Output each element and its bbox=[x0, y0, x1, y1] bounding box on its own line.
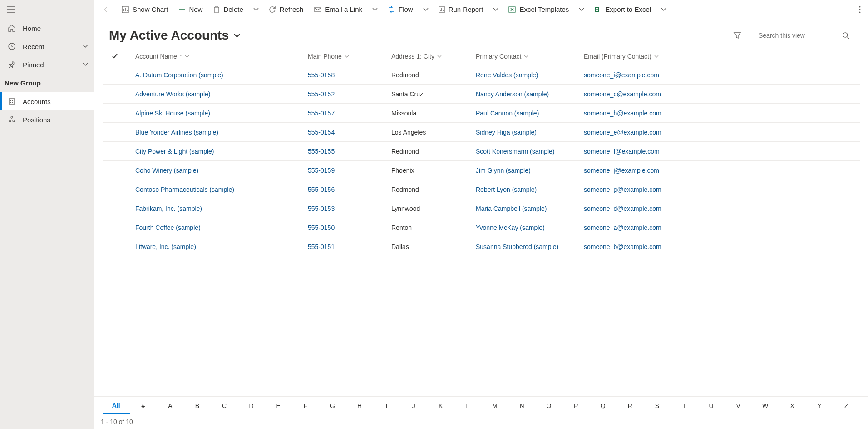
email-link[interactable]: someone_j@example.com bbox=[584, 167, 659, 174]
overflow-button[interactable] bbox=[853, 0, 866, 19]
run-report-button[interactable]: Run Report bbox=[433, 0, 489, 19]
email-link[interactable]: someone_a@example.com bbox=[584, 224, 661, 231]
email-link-split-chevron[interactable] bbox=[368, 0, 382, 19]
view-selector[interactable]: My Active Accounts bbox=[109, 28, 241, 43]
run-report-split-chevron[interactable] bbox=[488, 0, 503, 19]
table-row[interactable]: Contoso Pharmaceuticals (sample)555-0156… bbox=[103, 180, 860, 199]
account-name-link[interactable]: Contoso Pharmaceuticals (sample) bbox=[135, 186, 234, 193]
alpha-filter[interactable]: # bbox=[130, 399, 157, 413]
export-excel-button[interactable]: Export to Excel bbox=[589, 0, 656, 19]
alpha-filter[interactable]: F bbox=[292, 399, 319, 413]
email-link[interactable]: someone_e@example.com bbox=[584, 129, 661, 136]
col-header-primary-contact[interactable]: Primary Contact bbox=[476, 53, 584, 60]
phone-link[interactable]: 555-0159 bbox=[308, 167, 335, 174]
alpha-filter[interactable]: E bbox=[265, 399, 292, 413]
hamburger-button[interactable] bbox=[0, 0, 94, 19]
alpha-filter[interactable]: J bbox=[400, 399, 427, 413]
alpha-filter[interactable]: Q bbox=[589, 399, 616, 413]
delete-split-chevron[interactable] bbox=[249, 0, 263, 19]
account-name-link[interactable]: City Power & Light (sample) bbox=[135, 148, 214, 155]
table-row[interactable]: Litware, Inc. (sample)555-0151DallasSusa… bbox=[103, 237, 860, 256]
account-name-link[interactable]: Fabrikam, Inc. (sample) bbox=[135, 205, 202, 212]
contact-link[interactable]: Sidney Higa (sample) bbox=[476, 129, 537, 136]
contact-link[interactable]: Jim Glynn (sample) bbox=[476, 167, 531, 174]
search-box[interactable] bbox=[755, 28, 853, 43]
email-link-button[interactable]: Email a Link bbox=[309, 0, 368, 19]
alpha-filter[interactable]: B bbox=[184, 399, 211, 413]
table-row[interactable]: Adventure Works (sample)555-0152Santa Cr… bbox=[103, 85, 860, 104]
alpha-filter[interactable]: Z bbox=[833, 399, 860, 413]
email-link[interactable]: someone_f@example.com bbox=[584, 148, 660, 155]
new-button[interactable]: New bbox=[173, 0, 208, 19]
contact-link[interactable]: Maria Campbell (sample) bbox=[476, 205, 547, 212]
phone-link[interactable]: 555-0151 bbox=[308, 243, 335, 250]
alpha-filter[interactable]: U bbox=[698, 399, 725, 413]
email-link[interactable]: someone_g@example.com bbox=[584, 186, 661, 193]
col-header-email[interactable]: Email (Primary Contact) bbox=[584, 53, 860, 60]
contact-link[interactable]: Rene Valdes (sample) bbox=[476, 71, 538, 79]
select-all-checkbox[interactable] bbox=[103, 53, 127, 60]
email-link[interactable]: someone_c@example.com bbox=[584, 90, 661, 98]
contact-link[interactable]: Yvonne McKay (sample) bbox=[476, 224, 545, 231]
show-chart-button[interactable]: Show Chart bbox=[116, 0, 173, 19]
alpha-filter[interactable]: M bbox=[481, 399, 508, 413]
export-excel-split-chevron[interactable] bbox=[656, 0, 671, 19]
flow-split-chevron[interactable] bbox=[419, 0, 433, 19]
search-input[interactable] bbox=[759, 32, 842, 39]
back-button[interactable] bbox=[96, 0, 116, 19]
alpha-filter[interactable]: N bbox=[508, 399, 536, 413]
alpha-filter[interactable]: W bbox=[752, 399, 779, 413]
alpha-filter[interactable]: G bbox=[319, 399, 346, 413]
col-header-account-name[interactable]: Account Name ↑ bbox=[127, 53, 308, 60]
alpha-filter[interactable]: D bbox=[238, 399, 265, 413]
phone-link[interactable]: 555-0152 bbox=[308, 90, 335, 98]
phone-link[interactable]: 555-0150 bbox=[308, 224, 335, 231]
email-link[interactable]: someone_d@example.com bbox=[584, 205, 661, 212]
phone-link[interactable]: 555-0153 bbox=[308, 205, 335, 212]
phone-link[interactable]: 555-0157 bbox=[308, 110, 335, 117]
excel-templates-split-chevron[interactable] bbox=[574, 0, 589, 19]
nav-positions[interactable]: Positions bbox=[0, 110, 94, 129]
col-header-main-phone[interactable]: Main Phone bbox=[308, 53, 391, 60]
alpha-filter[interactable]: A bbox=[157, 399, 184, 413]
alpha-filter[interactable]: R bbox=[616, 399, 644, 413]
phone-link[interactable]: 555-0154 bbox=[308, 129, 335, 136]
alpha-filter[interactable]: T bbox=[671, 399, 698, 413]
alpha-filter[interactable]: H bbox=[346, 399, 373, 413]
filter-button[interactable] bbox=[729, 27, 745, 44]
table-row[interactable]: Coho Winery (sample)555-0159PhoenixJim G… bbox=[103, 161, 860, 180]
nav-pinned[interactable]: Pinned bbox=[0, 55, 94, 74]
alpha-filter[interactable]: V bbox=[725, 399, 752, 413]
contact-link[interactable]: Scott Konersmann (sample) bbox=[476, 148, 555, 155]
alpha-filter[interactable]: C bbox=[211, 399, 238, 413]
account-name-link[interactable]: Litware, Inc. (sample) bbox=[135, 243, 196, 250]
alpha-filter[interactable]: All bbox=[103, 398, 130, 414]
table-row[interactable]: Alpine Ski House (sample)555-0157Missoul… bbox=[103, 104, 860, 123]
alpha-filter[interactable]: O bbox=[535, 399, 562, 413]
alpha-filter[interactable]: L bbox=[454, 399, 482, 413]
contact-link[interactable]: Nancy Anderson (sample) bbox=[476, 90, 549, 98]
phone-link[interactable]: 555-0156 bbox=[308, 186, 335, 193]
email-link[interactable]: someone_b@example.com bbox=[584, 243, 661, 250]
table-row[interactable]: Fabrikam, Inc. (sample)555-0153LynnwoodM… bbox=[103, 199, 860, 218]
nav-home[interactable]: Home bbox=[0, 19, 94, 37]
phone-link[interactable]: 555-0155 bbox=[308, 148, 335, 155]
nav-recent[interactable]: Recent bbox=[0, 37, 94, 55]
col-header-city[interactable]: Address 1: City bbox=[391, 53, 476, 60]
alpha-filter[interactable]: P bbox=[562, 399, 590, 413]
account-name-link[interactable]: A. Datum Corporation (sample) bbox=[135, 71, 223, 79]
nav-accounts[interactable]: Accounts bbox=[0, 92, 94, 110]
account-name-link[interactable]: Adventure Works (sample) bbox=[135, 90, 210, 98]
phone-link[interactable]: 555-0158 bbox=[308, 71, 335, 79]
table-row[interactable]: A. Datum Corporation (sample)555-0158Red… bbox=[103, 65, 860, 85]
alpha-filter[interactable]: S bbox=[644, 399, 671, 413]
email-link[interactable]: someone_h@example.com bbox=[584, 110, 661, 117]
table-row[interactable]: City Power & Light (sample)555-0155Redmo… bbox=[103, 142, 860, 161]
table-row[interactable]: Blue Yonder Airlines (sample)555-0154Los… bbox=[103, 123, 860, 142]
account-name-link[interactable]: Fourth Coffee (sample) bbox=[135, 224, 201, 231]
alpha-filter[interactable]: X bbox=[779, 399, 806, 413]
refresh-button[interactable]: Refresh bbox=[263, 0, 309, 19]
account-name-link[interactable]: Blue Yonder Airlines (sample) bbox=[135, 129, 218, 136]
account-name-link[interactable]: Coho Winery (sample) bbox=[135, 167, 198, 174]
alpha-filter[interactable]: Y bbox=[806, 399, 833, 413]
